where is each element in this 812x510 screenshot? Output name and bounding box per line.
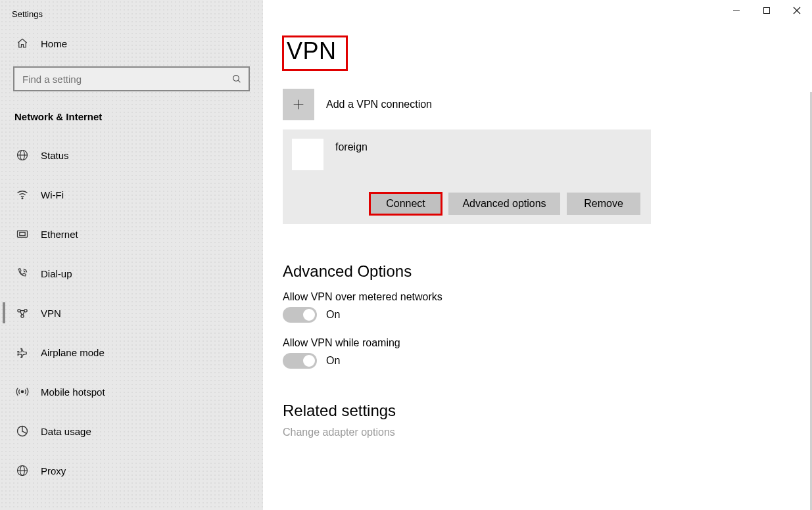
add-vpn-label: Add a VPN connection (326, 99, 432, 110)
nav-item-vpn[interactable]: VPN (0, 293, 263, 333)
svg-point-5 (22, 198, 23, 199)
nav-item-proxy[interactable]: Proxy (0, 451, 263, 490)
advanced-options-button[interactable]: Advanced options (448, 193, 560, 215)
window-controls (721, 0, 812, 21)
search-icon (231, 74, 242, 84)
nav-label: Mobile hotspot (41, 386, 105, 398)
nav-item-hotspot[interactable]: Mobile hotspot (0, 372, 263, 411)
nav-label: Dial-up (41, 268, 72, 279)
search-box[interactable] (13, 66, 250, 91)
svg-line-1 (238, 80, 240, 82)
nav-label: Wi-Fi (41, 189, 64, 200)
roaming-toggle[interactable] (283, 353, 317, 369)
roaming-state: On (326, 355, 340, 367)
home-link[interactable]: Home (0, 24, 263, 62)
category-heading: Network & Internet (0, 99, 263, 133)
nav-label: Ethernet (41, 229, 78, 240)
wifi-icon (16, 188, 29, 201)
airplane-icon (16, 346, 29, 359)
nav-item-status[interactable]: Status (0, 135, 263, 175)
minimize-button[interactable] (721, 0, 752, 21)
phone-icon (16, 267, 29, 280)
nav-item-wifi[interactable]: Wi-Fi (0, 175, 263, 214)
roaming-label: Allow VPN while roaming (283, 337, 812, 349)
svg-rect-17 (764, 8, 770, 14)
related-settings-heading: Related settings (283, 402, 812, 420)
app-title: Settings (0, 0, 263, 24)
svg-rect-7 (20, 233, 25, 236)
nav-item-dialup[interactable]: Dial-up (0, 254, 263, 293)
remove-button[interactable]: Remove (567, 193, 640, 215)
svg-rect-6 (18, 231, 28, 237)
nav-item-airplane[interactable]: Airplane mode (0, 333, 263, 372)
vpn-icon (16, 306, 29, 319)
nav-label: Data usage (41, 426, 91, 437)
ethernet-icon (16, 227, 29, 241)
home-label: Home (41, 38, 67, 49)
nav-label: Status (41, 150, 69, 161)
plus-icon (283, 89, 314, 120)
page-title: VPN (283, 36, 347, 70)
maximize-button[interactable] (752, 0, 782, 21)
search-input[interactable] (21, 73, 231, 85)
main-content: VPN Add a VPN connection foreign Connect… (263, 0, 812, 510)
nav-item-datausage[interactable]: Data usage (0, 411, 263, 451)
nav-list: Status Wi-Fi Ethernet Dial-up (0, 133, 263, 490)
add-vpn-row[interactable]: Add a VPN connection (283, 89, 812, 120)
vpn-connection-name: foreign (335, 139, 368, 153)
data-usage-icon (16, 425, 29, 438)
advanced-options-heading: Advanced Options (283, 262, 812, 281)
change-adapter-link[interactable]: Change adapter options (283, 427, 812, 438)
nav-label: VPN (41, 308, 61, 319)
settings-sidebar: Settings Home Network & Internet Status (0, 0, 263, 510)
svg-point-11 (21, 390, 23, 392)
nav-item-ethernet[interactable]: Ethernet (0, 214, 263, 254)
vpn-connection-item[interactable]: foreign Connect Advanced options Remove (283, 129, 651, 224)
metered-toggle[interactable] (283, 307, 317, 323)
metered-state: On (326, 309, 340, 321)
vpn-connection-icon (292, 139, 323, 170)
svg-point-0 (233, 76, 239, 81)
nav-label: Airplane mode (41, 347, 105, 358)
connect-button[interactable]: Connect (370, 193, 442, 215)
metered-label: Allow VPN over metered networks (283, 291, 812, 303)
globe-icon (16, 149, 29, 162)
home-icon (16, 37, 29, 49)
proxy-icon (16, 464, 29, 477)
hotspot-icon (16, 385, 29, 398)
nav-label: Proxy (41, 465, 66, 476)
close-button[interactable] (782, 0, 812, 21)
